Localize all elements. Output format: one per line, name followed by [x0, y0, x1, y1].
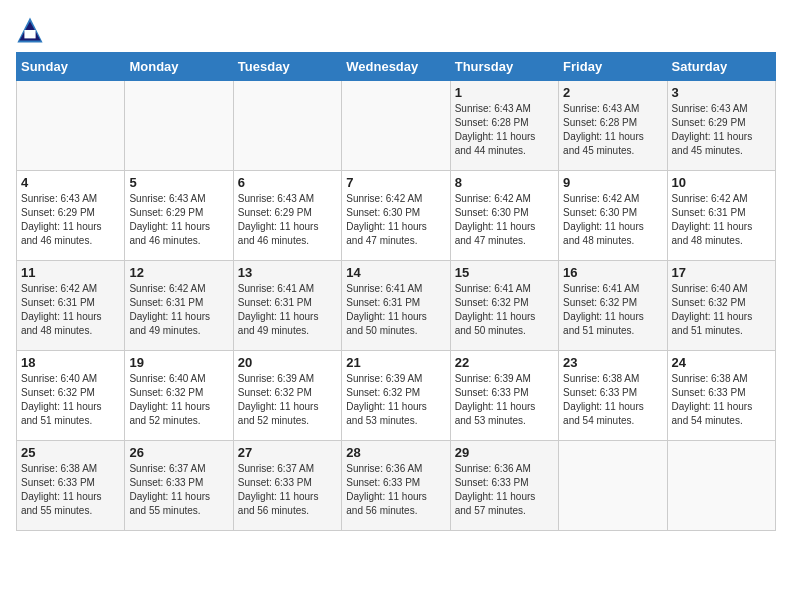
day-detail: Sunrise: 6:40 AM Sunset: 6:32 PM Dayligh… [672, 282, 771, 338]
days-of-week-row: SundayMondayTuesdayWednesdayThursdayFrid… [17, 53, 776, 81]
day-detail: Sunrise: 6:38 AM Sunset: 6:33 PM Dayligh… [672, 372, 771, 428]
day-number: 24 [672, 355, 771, 370]
day-detail: Sunrise: 6:36 AM Sunset: 6:33 PM Dayligh… [455, 462, 554, 518]
calendar-cell [17, 81, 125, 171]
calendar-cell: 17Sunrise: 6:40 AM Sunset: 6:32 PM Dayli… [667, 261, 775, 351]
day-number: 4 [21, 175, 120, 190]
day-number: 7 [346, 175, 445, 190]
calendar-cell: 19Sunrise: 6:40 AM Sunset: 6:32 PM Dayli… [125, 351, 233, 441]
day-detail: Sunrise: 6:39 AM Sunset: 6:33 PM Dayligh… [455, 372, 554, 428]
day-header-tuesday: Tuesday [233, 53, 341, 81]
day-number: 19 [129, 355, 228, 370]
week-row-4: 18Sunrise: 6:40 AM Sunset: 6:32 PM Dayli… [17, 351, 776, 441]
calendar-cell: 29Sunrise: 6:36 AM Sunset: 6:33 PM Dayli… [450, 441, 558, 531]
day-number: 17 [672, 265, 771, 280]
day-number: 13 [238, 265, 337, 280]
day-detail: Sunrise: 6:43 AM Sunset: 6:29 PM Dayligh… [21, 192, 120, 248]
day-detail: Sunrise: 6:40 AM Sunset: 6:32 PM Dayligh… [129, 372, 228, 428]
week-row-1: 1Sunrise: 6:43 AM Sunset: 6:28 PM Daylig… [17, 81, 776, 171]
day-detail: Sunrise: 6:42 AM Sunset: 6:30 PM Dayligh… [563, 192, 662, 248]
day-number: 2 [563, 85, 662, 100]
svg-rect-2 [24, 30, 35, 38]
calendar-cell: 18Sunrise: 6:40 AM Sunset: 6:32 PM Dayli… [17, 351, 125, 441]
day-number: 20 [238, 355, 337, 370]
calendar-cell: 11Sunrise: 6:42 AM Sunset: 6:31 PM Dayli… [17, 261, 125, 351]
day-number: 12 [129, 265, 228, 280]
calendar-cell: 10Sunrise: 6:42 AM Sunset: 6:31 PM Dayli… [667, 171, 775, 261]
day-number: 23 [563, 355, 662, 370]
calendar-cell: 23Sunrise: 6:38 AM Sunset: 6:33 PM Dayli… [559, 351, 667, 441]
calendar-cell: 7Sunrise: 6:42 AM Sunset: 6:30 PM Daylig… [342, 171, 450, 261]
day-number: 25 [21, 445, 120, 460]
calendar-cell: 25Sunrise: 6:38 AM Sunset: 6:33 PM Dayli… [17, 441, 125, 531]
calendar-cell: 22Sunrise: 6:39 AM Sunset: 6:33 PM Dayli… [450, 351, 558, 441]
day-detail: Sunrise: 6:41 AM Sunset: 6:32 PM Dayligh… [563, 282, 662, 338]
day-number: 15 [455, 265, 554, 280]
day-number: 9 [563, 175, 662, 190]
day-detail: Sunrise: 6:39 AM Sunset: 6:32 PM Dayligh… [346, 372, 445, 428]
day-header-saturday: Saturday [667, 53, 775, 81]
day-detail: Sunrise: 6:41 AM Sunset: 6:31 PM Dayligh… [238, 282, 337, 338]
calendar-cell [233, 81, 341, 171]
day-number: 5 [129, 175, 228, 190]
day-header-wednesday: Wednesday [342, 53, 450, 81]
day-number: 16 [563, 265, 662, 280]
day-detail: Sunrise: 6:40 AM Sunset: 6:32 PM Dayligh… [21, 372, 120, 428]
day-header-sunday: Sunday [17, 53, 125, 81]
calendar-body: 1Sunrise: 6:43 AM Sunset: 6:28 PM Daylig… [17, 81, 776, 531]
day-detail: Sunrise: 6:43 AM Sunset: 6:28 PM Dayligh… [563, 102, 662, 158]
calendar-cell: 14Sunrise: 6:41 AM Sunset: 6:31 PM Dayli… [342, 261, 450, 351]
day-number: 26 [129, 445, 228, 460]
calendar-cell: 27Sunrise: 6:37 AM Sunset: 6:33 PM Dayli… [233, 441, 341, 531]
day-number: 28 [346, 445, 445, 460]
calendar-cell [559, 441, 667, 531]
day-number: 21 [346, 355, 445, 370]
calendar-header: SundayMondayTuesdayWednesdayThursdayFrid… [17, 53, 776, 81]
calendar-cell: 3Sunrise: 6:43 AM Sunset: 6:29 PM Daylig… [667, 81, 775, 171]
day-detail: Sunrise: 6:41 AM Sunset: 6:32 PM Dayligh… [455, 282, 554, 338]
calendar-cell: 16Sunrise: 6:41 AM Sunset: 6:32 PM Dayli… [559, 261, 667, 351]
day-header-monday: Monday [125, 53, 233, 81]
day-detail: Sunrise: 6:42 AM Sunset: 6:31 PM Dayligh… [129, 282, 228, 338]
day-detail: Sunrise: 6:42 AM Sunset: 6:30 PM Dayligh… [346, 192, 445, 248]
day-number: 6 [238, 175, 337, 190]
calendar-cell: 1Sunrise: 6:43 AM Sunset: 6:28 PM Daylig… [450, 81, 558, 171]
day-number: 10 [672, 175, 771, 190]
day-number: 14 [346, 265, 445, 280]
day-number: 11 [21, 265, 120, 280]
day-number: 3 [672, 85, 771, 100]
calendar-cell: 2Sunrise: 6:43 AM Sunset: 6:28 PM Daylig… [559, 81, 667, 171]
calendar-cell: 20Sunrise: 6:39 AM Sunset: 6:32 PM Dayli… [233, 351, 341, 441]
day-detail: Sunrise: 6:41 AM Sunset: 6:31 PM Dayligh… [346, 282, 445, 338]
calendar-cell: 4Sunrise: 6:43 AM Sunset: 6:29 PM Daylig… [17, 171, 125, 261]
week-row-5: 25Sunrise: 6:38 AM Sunset: 6:33 PM Dayli… [17, 441, 776, 531]
day-detail: Sunrise: 6:43 AM Sunset: 6:29 PM Dayligh… [238, 192, 337, 248]
calendar-cell: 28Sunrise: 6:36 AM Sunset: 6:33 PM Dayli… [342, 441, 450, 531]
calendar-cell: 12Sunrise: 6:42 AM Sunset: 6:31 PM Dayli… [125, 261, 233, 351]
calendar-cell: 24Sunrise: 6:38 AM Sunset: 6:33 PM Dayli… [667, 351, 775, 441]
logo-icon [16, 16, 44, 44]
day-header-thursday: Thursday [450, 53, 558, 81]
day-number: 22 [455, 355, 554, 370]
day-number: 18 [21, 355, 120, 370]
day-detail: Sunrise: 6:42 AM Sunset: 6:31 PM Dayligh… [21, 282, 120, 338]
day-detail: Sunrise: 6:37 AM Sunset: 6:33 PM Dayligh… [129, 462, 228, 518]
day-detail: Sunrise: 6:42 AM Sunset: 6:31 PM Dayligh… [672, 192, 771, 248]
day-detail: Sunrise: 6:39 AM Sunset: 6:32 PM Dayligh… [238, 372, 337, 428]
day-detail: Sunrise: 6:42 AM Sunset: 6:30 PM Dayligh… [455, 192, 554, 248]
day-header-friday: Friday [559, 53, 667, 81]
calendar-cell: 13Sunrise: 6:41 AM Sunset: 6:31 PM Dayli… [233, 261, 341, 351]
day-detail: Sunrise: 6:43 AM Sunset: 6:28 PM Dayligh… [455, 102, 554, 158]
calendar-cell [667, 441, 775, 531]
calendar-cell: 6Sunrise: 6:43 AM Sunset: 6:29 PM Daylig… [233, 171, 341, 261]
day-number: 29 [455, 445, 554, 460]
day-detail: Sunrise: 6:36 AM Sunset: 6:33 PM Dayligh… [346, 462, 445, 518]
calendar-cell: 5Sunrise: 6:43 AM Sunset: 6:29 PM Daylig… [125, 171, 233, 261]
day-detail: Sunrise: 6:38 AM Sunset: 6:33 PM Dayligh… [21, 462, 120, 518]
logo [16, 16, 48, 44]
calendar-cell: 8Sunrise: 6:42 AM Sunset: 6:30 PM Daylig… [450, 171, 558, 261]
day-number: 27 [238, 445, 337, 460]
week-row-3: 11Sunrise: 6:42 AM Sunset: 6:31 PM Dayli… [17, 261, 776, 351]
calendar-cell: 21Sunrise: 6:39 AM Sunset: 6:32 PM Dayli… [342, 351, 450, 441]
calendar-cell [342, 81, 450, 171]
